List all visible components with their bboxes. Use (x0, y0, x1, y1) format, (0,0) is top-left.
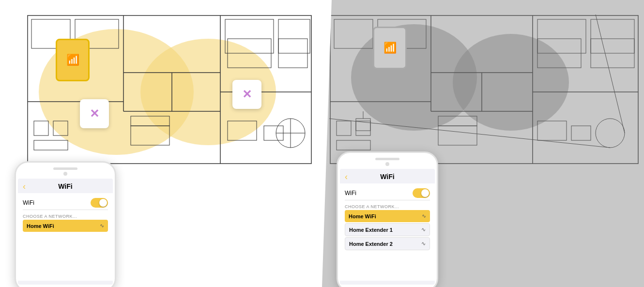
svg-point-43 (596, 119, 625, 148)
tablet-left: 📶 (56, 39, 90, 81)
svg-rect-39 (438, 126, 477, 145)
wifi-toggle-row-left: WiFi (23, 196, 108, 210)
svg-rect-10 (225, 19, 274, 53)
svg-rect-38 (337, 140, 370, 150)
network-wifi-icon-right-0: ∿ (422, 213, 426, 219)
phone-right: ‹ WiFi WiFi CHOOSE A NETWORK... Home WiF… (337, 151, 438, 287)
toggle-switch-right[interactable] (413, 188, 430, 198)
svg-rect-42 (571, 126, 591, 140)
svg-rect-40 (438, 116, 477, 126)
network-name-right-1: Home Extender 1 (349, 227, 393, 233)
phone-speaker-right (375, 158, 399, 160)
phone-camera-left (63, 172, 67, 176)
wifi-label-right: WiFi (345, 190, 356, 196)
toggle-switch-left[interactable] (91, 198, 108, 208)
floor-plan-left (27, 15, 312, 165)
svg-rect-35 (591, 19, 634, 53)
wifi-label-left: WiFi (23, 199, 34, 206)
wifi-symbol-left: 📶 (66, 54, 79, 66)
svg-rect-12 (34, 121, 48, 136)
wifi-symbol-right: 📶 (383, 42, 397, 54)
toggle-knob-right (421, 189, 429, 197)
network-name-right-2: Home Extender 2 (349, 241, 393, 247)
svg-rect-15 (131, 126, 169, 145)
phone-speaker-left (53, 167, 77, 170)
phone-left: ‹ WiFi WiFi CHOOSE A NETWORK... Home WiF… (15, 161, 116, 287)
network-item-home-wifi-right[interactable]: Home WiFi ∿ (345, 210, 430, 222)
phone-camera-right (385, 162, 389, 166)
svg-line-45 (596, 15, 625, 133)
network-wifi-icon-left: ∿ (100, 223, 104, 229)
network-item-extender2-right[interactable]: Home Extender 2 ∿ (345, 237, 430, 250)
svg-rect-48 (356, 119, 370, 131)
wifi-toggle-row-right: WiFi (345, 186, 430, 200)
svg-rect-36 (337, 121, 351, 136)
back-arrow-right[interactable]: ‹ (345, 172, 348, 182)
svg-rect-41 (537, 121, 567, 140)
phone-screen-right: ‹ WiFi WiFi CHOOSE A NETWORK... Home WiF… (340, 169, 435, 285)
svg-rect-17 (228, 121, 257, 140)
svg-rect-37 (356, 121, 370, 136)
wifi-title-right: WiFi (380, 173, 394, 181)
router-device-2: ✕ (232, 80, 261, 109)
wifi-title-left: WiFi (58, 182, 72, 190)
svg-rect-14 (34, 140, 68, 150)
toggle-knob-left (99, 199, 107, 207)
right-panel: 📶 ‹ WiFi WiFi CHOOSE A NETWORK... Home W… (322, 0, 644, 287)
svg-rect-34 (537, 19, 586, 53)
back-arrow-left[interactable]: ‹ (23, 181, 26, 192)
svg-rect-16 (131, 116, 169, 126)
tablet-right: 📶 (373, 27, 407, 69)
choose-network-left: CHOOSE A NETWORK... (23, 212, 108, 220)
network-name-right-0: Home WiFi (349, 213, 376, 219)
wifi-header-left: ‹ WiFi (18, 179, 113, 193)
svg-rect-11 (278, 19, 310, 53)
network-item-extender1-right[interactable]: Home Extender 1 ∿ (345, 223, 430, 236)
svg-rect-32 (334, 19, 373, 48)
network-item-home-wifi-left[interactable]: Home WiFi ∿ (23, 220, 108, 232)
svg-line-44 (329, 119, 610, 148)
wifi-header-right: ‹ WiFi (340, 169, 435, 183)
svg-rect-13 (53, 121, 68, 136)
choose-network-right: CHOOSE A NETWORK... (345, 202, 430, 210)
network-name-left: Home WiFi (27, 223, 54, 229)
network-wifi-icon-right-1: ∿ (421, 227, 426, 233)
phone-screen-left: ‹ WiFi WiFi CHOOSE A NETWORK... Home WiF… (18, 179, 113, 285)
left-panel: ✕ ✕ 📶 ‹ WiFi WiFi CHOOSE A NETW (0, 0, 322, 287)
network-wifi-icon-right-2: ∿ (421, 241, 426, 247)
router-device-1: ✕ (80, 99, 109, 128)
